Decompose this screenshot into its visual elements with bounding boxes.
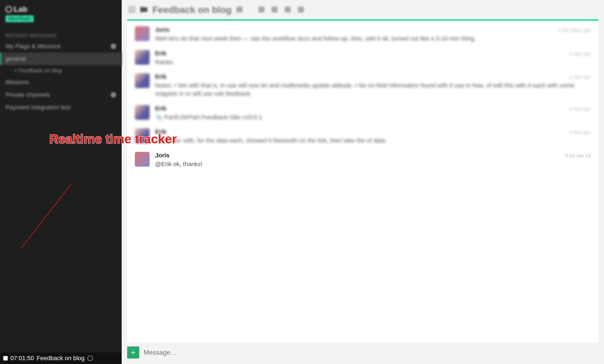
team-badge[interactable]: AliveTeam <box>5 15 34 22</box>
message-text: Well let's do that next week then — see … <box>155 35 591 43</box>
gear-icon[interactable] <box>111 92 116 98</box>
message-author: Joris <box>155 152 170 159</box>
grid-icon[interactable] <box>258 7 264 13</box>
notification-icon[interactable] <box>237 7 243 13</box>
pin-icon[interactable] <box>272 7 278 13</box>
message-text: So further with, for the data each, show… <box>155 136 591 145</box>
message-time: a day ago <box>569 106 591 112</box>
message-author: Erik <box>155 73 167 80</box>
annotation-arrow <box>21 183 72 248</box>
message-text: Notes: • We with that is, in use will no… <box>155 81 591 98</box>
message-row[interactable]: Erika day agoSo further with, for the da… <box>135 128 591 145</box>
message-author: Erik <box>155 50 167 57</box>
message-body: Erika day agoNotes: • We with that is, i… <box>155 73 591 98</box>
message-body: Jorisa few days agoWell let's do that ne… <box>155 26 591 43</box>
message-row[interactable]: Erika day ago📎 Part5-DirPart-Feedback-Si… <box>135 105 591 121</box>
section-private-label: Private channels <box>5 91 50 98</box>
avatar[interactable] <box>135 50 150 65</box>
message-time: a day ago <box>569 51 591 57</box>
sidebar-item-feedback[interactable]: • Feedback on blog <box>0 65 122 76</box>
message-row[interactable]: Jorisa few days agoWell let's do that ne… <box>135 26 591 43</box>
flag-icon[interactable] <box>140 7 147 12</box>
page-title: Feedback on blog <box>152 4 232 15</box>
message-author: Erik <box>155 105 167 112</box>
topbar-actions <box>258 7 304 13</box>
stop-icon[interactable] <box>3 356 8 360</box>
section-myflags[interactable]: My Flags & Missions <box>0 40 122 53</box>
message-time: a day ago <box>569 129 591 135</box>
sidebar-item-label: Payment integration test <box>5 104 70 111</box>
message-author: Joris <box>155 26 170 33</box>
message-text: thanks <box>155 58 591 66</box>
avatar[interactable] <box>135 73 150 88</box>
sidebar: Lab AliveTeam RECENT MISSIONS My Flags &… <box>0 0 122 364</box>
brand[interactable]: Lab <box>5 5 116 14</box>
message-body: Erika day ago📎 Part5-DirPart-Feedback-Si… <box>155 105 591 121</box>
message-row[interactable]: Joris0:14 Jan 14@Erik ok, thanks! <box>135 152 591 168</box>
message-row[interactable]: Erika day agothanks <box>135 50 591 66</box>
sidebar-header: Lab AliveTeam <box>0 0 122 25</box>
message-body: Erika day agoSo further with, for the da… <box>155 128 591 145</box>
sidebar-item-general[interactable]: general <box>0 53 122 65</box>
more-icon[interactable] <box>298 7 304 13</box>
message-time: a few days ago <box>558 27 591 33</box>
sidebar-item-label: general <box>5 55 25 62</box>
message-body: Joris0:14 Jan 14@Erik ok, thanks! <box>155 152 591 168</box>
sidebar-item-missions[interactable]: Missions <box>0 76 122 89</box>
sidebar-item-label: Missions <box>5 79 29 86</box>
message-input[interactable] <box>144 349 599 356</box>
message-list: Jorisa few days agoWell let's do that ne… <box>127 19 599 343</box>
section-recent-label: RECENT MISSIONS <box>0 25 122 40</box>
refresh-icon[interactable] <box>87 356 93 361</box>
thumbs-icon[interactable] <box>285 7 291 13</box>
avatar[interactable] <box>135 105 150 120</box>
tracker-label: Feedback on blog <box>37 355 85 362</box>
message-text: 📎 Part5-DirPart-Feedback-Site-v19.0.1 <box>155 113 591 121</box>
message-time: a day ago <box>569 74 591 80</box>
avatar[interactable] <box>135 152 150 167</box>
sidebar-item-private[interactable]: Payment integration test <box>0 101 122 114</box>
composer: + <box>122 343 604 364</box>
section-private[interactable]: Private channels <box>0 89 122 101</box>
time-tracker-bar[interactable]: 07:01:50 Feedback on blog <box>0 352 122 364</box>
main-area: Feedback on blog Jorisa few days agoWell… <box>122 0 604 364</box>
message-text: @Erik ok, thanks! <box>155 160 591 168</box>
message-time: 0:14 Jan 14 <box>565 153 591 159</box>
topbar: Feedback on blog <box>122 0 604 19</box>
brand-logo-icon <box>5 6 12 13</box>
avatar[interactable] <box>135 128 150 143</box>
sidebar-item-label: Feedback on blog <box>18 67 62 73</box>
menu-icon[interactable] <box>128 7 135 12</box>
brand-name: Lab <box>14 5 27 14</box>
section-myflags-label: My Flags & Missions <box>5 43 61 50</box>
avatar[interactable] <box>135 26 150 41</box>
message-row[interactable]: Erika day agoNotes: • We with that is, i… <box>135 73 591 98</box>
tracker-time: 07:01:50 <box>10 355 34 362</box>
message-author: Erik <box>155 128 167 135</box>
add-button[interactable]: + <box>127 346 139 359</box>
gear-icon[interactable] <box>111 44 116 49</box>
content-wrap: Jorisa few days agoWell let's do that ne… <box>122 19 604 343</box>
message-body: Erika day agothanks <box>155 50 591 66</box>
